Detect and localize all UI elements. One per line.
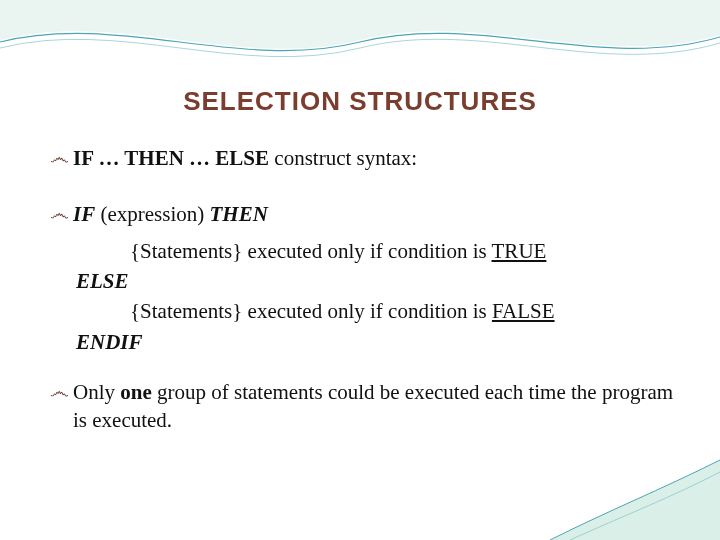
- code-line-2: {Statements} executed only if condition …: [130, 237, 680, 265]
- bullet-1: ෴ IF … THEN … ELSE construct syntax:: [50, 144, 680, 172]
- wave-decoration: [0, 0, 720, 80]
- bullet-icon: ෴: [50, 144, 69, 170]
- bullet-3: ෴ Only one group of statements could be …: [50, 378, 680, 435]
- slide-body: ෴ IF … THEN … ELSE construct syntax: ෴ I…: [50, 144, 680, 441]
- bullet-1-text: IF … THEN … ELSE construct syntax:: [73, 144, 680, 172]
- code-line-1: IF (expression) THEN: [73, 200, 680, 228]
- bullet-icon: ෴: [50, 378, 69, 404]
- bullet-icon: ෴: [50, 200, 69, 226]
- slide-title: SELECTION STRUCTURES: [0, 86, 720, 117]
- code-line-3: ELSE: [76, 267, 680, 295]
- code-line-5: ENDIF: [76, 328, 680, 356]
- slide: SELECTION STRUCTURES ෴ IF … THEN … ELSE …: [0, 0, 720, 540]
- bullet-2: ෴ IF (expression) THEN: [50, 200, 680, 228]
- code-line-4: {Statements} executed only if condition …: [130, 297, 680, 325]
- bullet-3-text: Only one group of statements could be ex…: [73, 378, 680, 435]
